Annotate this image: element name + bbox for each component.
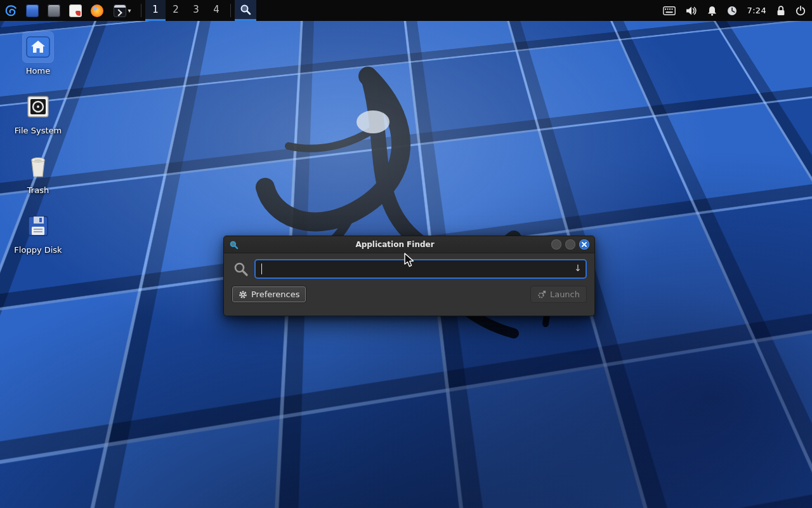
update-status-icon[interactable] — [727, 6, 737, 16]
applications-menu-button[interactable] — [0, 0, 22, 21]
text-editor-icon — [69, 4, 82, 17]
taskbar-application-finder[interactable] — [235, 0, 256, 21]
text-caret — [261, 264, 262, 274]
desktop-icon-label: Trash — [27, 185, 49, 195]
close-icon — [582, 242, 587, 247]
workspace-4[interactable]: 4 — [206, 0, 226, 21]
desktop-icon-label: File System — [15, 126, 62, 135]
desktop: ▾ 1 2 3 4 — [0, 0, 812, 508]
file-manager-icon — [26, 4, 39, 17]
application-finder-icon — [229, 240, 239, 250]
application-finder-task-icon — [239, 3, 252, 16]
desktop-icon-list: Home File System Trash — [8, 32, 69, 255]
terminal-icon — [114, 4, 126, 17]
window-title: Application Finder — [242, 240, 547, 249]
desktop-icon-file-system[interactable]: File System — [8, 91, 69, 135]
chevron-down-icon[interactable]: ▾ — [128, 7, 131, 14]
notifications-bell-icon[interactable] — [707, 6, 717, 16]
home-folder-icon — [23, 32, 53, 62]
button-row: Preferences Launch — [224, 283, 594, 303]
top-panel: ▾ 1 2 3 4 — [0, 0, 812, 21]
gear-icon — [239, 290, 247, 299]
application-finder-window: Application Finder ↓ — [223, 236, 595, 316]
dropdown-arrow-icon[interactable]: ↓ — [574, 263, 582, 273]
search-input-wrap: ↓ — [254, 259, 587, 279]
files-icon — [48, 4, 60, 17]
floppy-disk-icon — [23, 211, 53, 241]
minimize-button[interactable] — [551, 239, 561, 250]
power-icon[interactable] — [796, 6, 806, 16]
desktop-icon-label: Home — [26, 66, 50, 76]
launch-icon — [537, 290, 546, 299]
file-system-icon — [23, 91, 53, 122]
close-button[interactable] — [579, 239, 589, 250]
desktop-icon-trash[interactable]: Trash — [8, 151, 69, 195]
desktop-icon-floppy-disk[interactable]: Floppy Disk — [8, 211, 69, 255]
firefox-icon — [91, 4, 103, 17]
launch-label: Launch — [550, 290, 580, 299]
files-launcher[interactable] — [43, 0, 65, 21]
lock-icon[interactable] — [776, 6, 785, 16]
panel-separator — [230, 4, 231, 17]
workspace-2[interactable]: 2 — [166, 0, 186, 21]
trash-icon — [23, 151, 53, 182]
maximize-button[interactable] — [565, 239, 575, 250]
panel-separator — [141, 4, 141, 17]
file-manager-launcher[interactable] — [22, 0, 43, 21]
panel-tray: 7:24 — [663, 0, 812, 21]
search-row: ↓ — [224, 253, 594, 283]
clock[interactable]: 7:24 — [747, 6, 766, 15]
preferences-label: Preferences — [251, 290, 299, 299]
search-input[interactable] — [254, 259, 587, 279]
titlebar[interactable]: Application Finder — [224, 236, 594, 253]
kali-logo-icon — [3, 3, 18, 18]
volume-icon[interactable] — [686, 6, 697, 16]
panel-left: ▾ 1 2 3 4 — [0, 0, 256, 21]
text-editor-launcher[interactable] — [65, 0, 86, 21]
keyboard-icon[interactable] — [663, 6, 676, 15]
desktop-icon-label: Floppy Disk — [14, 245, 62, 255]
workspace-3[interactable]: 3 — [186, 0, 206, 21]
firefox-launcher[interactable] — [86, 0, 108, 21]
workspace-1[interactable]: 1 — [145, 0, 166, 21]
search-icon — [233, 261, 249, 277]
launch-button[interactable]: Launch — [530, 286, 587, 303]
preferences-button[interactable]: Preferences — [232, 286, 306, 303]
desktop-icon-home[interactable]: Home — [8, 32, 69, 76]
terminal-launcher[interactable]: ▾ — [108, 0, 137, 21]
